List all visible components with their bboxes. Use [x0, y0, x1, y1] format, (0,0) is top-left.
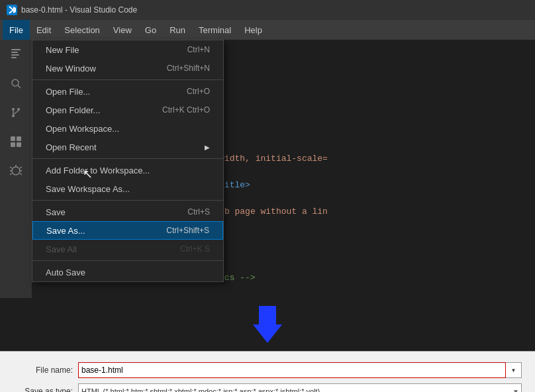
svg-point-8 — [12, 115, 15, 117]
title-bar: base-0.html - Visual Studio Code — [0, 0, 535, 20]
menu-open-workspace[interactable]: Open Workspace... — [32, 119, 223, 138]
svg-rect-12 — [17, 136, 21, 141]
extensions-icon[interactable] — [7, 132, 25, 151]
arrow-shaft — [259, 306, 276, 324]
search-icon[interactable] — [7, 74, 25, 93]
arrow-head-icon — [253, 324, 282, 343]
menu-save[interactable]: Save Ctrl+S — [32, 203, 223, 221]
menu-run[interactable]: Run — [163, 20, 192, 40]
source-control-icon[interactable] — [7, 103, 25, 122]
explorer-icon[interactable] — [7, 45, 25, 64]
svg-rect-14 — [17, 142, 21, 147]
menu-save-all[interactable]: Save All Ctrl+K S — [32, 240, 223, 258]
menu-view[interactable]: View — [107, 20, 138, 40]
menu-add-folder[interactable]: Add Folder to Workspace... — [32, 161, 223, 179]
filename-row: File name: ▼ — [13, 362, 522, 378]
savetype-select[interactable]: HTML (*.html;*.htm;*.shtml;*.xhtml;*.mdo… — [78, 383, 522, 392]
svg-rect-13 — [11, 142, 15, 147]
svg-point-4 — [12, 79, 19, 86]
svg-point-15 — [12, 167, 20, 175]
menu-save-as[interactable]: Save As... Ctrl+Shift+S — [32, 221, 223, 240]
filename-input-wrapper: ▼ — [78, 362, 522, 378]
vscode-logo-icon — [7, 5, 17, 15]
svg-point-7 — [17, 108, 20, 111]
svg-rect-2 — [11, 54, 19, 56]
menu-terminal[interactable]: Terminal — [192, 20, 238, 40]
save-as-dialog: File name: ▼ Save as type: HTML (*.html;… — [0, 351, 535, 392]
activity-bar — [0, 40, 32, 298]
svg-rect-0 — [11, 49, 21, 50]
svg-rect-11 — [11, 136, 15, 141]
menu-file[interactable]: File — [3, 20, 30, 40]
svg-line-10 — [13, 111, 19, 115]
filename-input[interactable] — [78, 362, 506, 378]
dialog-content: File name: ▼ Save as type: HTML (*.html;… — [0, 352, 535, 392]
svg-rect-1 — [11, 52, 18, 53]
menu-open-recent[interactable]: Open Recent ▶ — [32, 138, 223, 156]
svg-rect-3 — [11, 57, 17, 58]
menu-save-workspace-as[interactable]: Save Workspace As... — [32, 179, 223, 198]
separator-2 — [32, 158, 223, 159]
savetype-label: Save as type: — [13, 387, 73, 392]
savetype-row: Save as type: HTML (*.html;*.htm;*.shtml… — [13, 383, 522, 392]
title-bar-left: base-0.html - Visual Studio Code — [7, 5, 137, 15]
separator-4 — [32, 260, 223, 261]
separator-1 — [32, 79, 223, 80]
menu-go[interactable]: Go — [138, 20, 163, 40]
debug-icon[interactable] — [7, 162, 25, 180]
menu-new-file[interactable]: New File Ctrl+N — [32, 40, 223, 59]
filename-dropdown-btn[interactable]: ▼ — [506, 362, 522, 378]
app-title: base-0.html - Visual Studio Code — [21, 5, 137, 15]
menu-edit[interactable]: Edit — [30, 20, 58, 40]
svg-point-6 — [12, 108, 15, 111]
savetype-select-wrapper: HTML (*.html;*.htm;*.shtml;*.xhtml;*.mdo… — [78, 383, 522, 392]
filename-label: File name: — [13, 366, 73, 375]
menu-auto-save[interactable]: Auto Save — [32, 263, 223, 281]
chevron-down-icon: ▼ — [511, 368, 516, 373]
menu-open-folder[interactable]: Open Folder... Ctrl+K Ctrl+O — [32, 101, 223, 119]
menu-new-window[interactable]: New Window Ctrl+Shift+N — [32, 59, 223, 77]
svg-line-5 — [18, 85, 21, 88]
separator-3 — [32, 200, 223, 201]
down-arrow-container — [253, 306, 282, 343]
arrow-section — [0, 298, 535, 351]
file-dropdown-menu: New File Ctrl+N New Window Ctrl+Shift+N … — [32, 40, 224, 282]
menu-help[interactable]: Help — [238, 20, 269, 40]
menu-bar: File Edit Selection View Go Run Terminal… — [0, 20, 535, 40]
menu-selection[interactable]: Selection — [58, 20, 106, 40]
menu-open-file[interactable]: Open File... Ctrl+O — [32, 82, 223, 101]
